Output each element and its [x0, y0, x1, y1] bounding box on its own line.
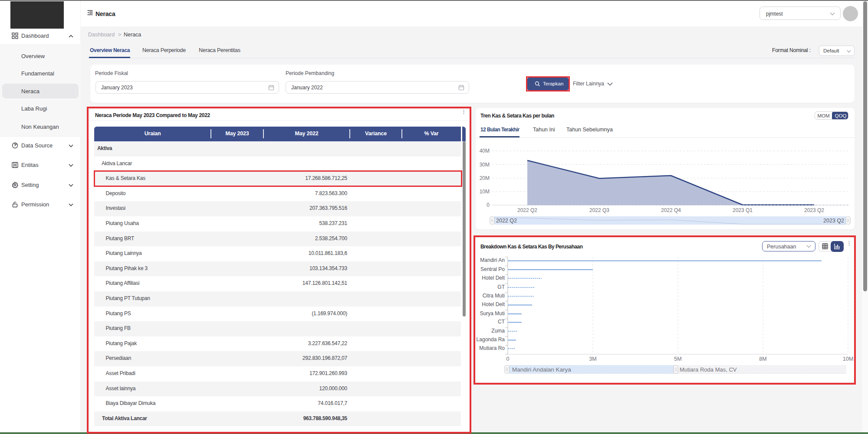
- svg-text:30M: 30M: [480, 162, 490, 168]
- svg-text:2022 Q2: 2022 Q2: [496, 218, 517, 224]
- svg-text:2022 Q4: 2022 Q4: [661, 207, 681, 213]
- svg-text:0: 0: [487, 202, 490, 208]
- svg-text:10M: 10M: [480, 189, 490, 195]
- svg-text:2023 Q2: 2023 Q2: [823, 218, 844, 224]
- svg-text:2023 Q1: 2023 Q1: [733, 207, 753, 213]
- svg-text:20M: 20M: [480, 175, 490, 181]
- svg-text:2022 Q2: 2022 Q2: [517, 207, 537, 213]
- svg-text:2023 Q2: 2023 Q2: [804, 207, 824, 213]
- svg-text:40M: 40M: [480, 148, 490, 154]
- svg-text:2022 Q3: 2022 Q3: [589, 207, 609, 213]
